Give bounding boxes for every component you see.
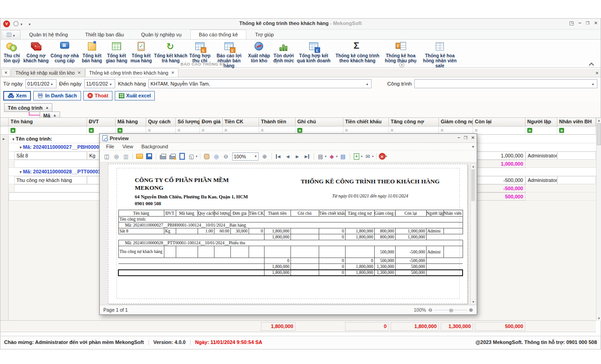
cell-ten-hang[interactable]: Thu công nợ khách hàng (14, 176, 87, 184)
ribbon-button-ton-duoi-dinh-muc[interactable]: Tồn dưới định mức (272, 40, 295, 63)
chevron-down-icon[interactable] (255, 154, 257, 158)
grid-vertical-scrollbar[interactable] (596, 118, 601, 321)
scroll-up-icon[interactable] (472, 165, 475, 168)
chevron-down-icon[interactable] (108, 81, 113, 86)
column-header-ghi-chu[interactable]: Ghi chú (295, 118, 343, 126)
scroll-down-icon[interactable] (472, 300, 475, 303)
ribbon-button-thu-chi-ton-quy[interactable]: Thu chi tồn quỹ (2, 40, 22, 63)
magnifier-icon[interactable] (212, 152, 221, 161)
ribbon-button-thong-ke-hoa-hong-thau-phu[interactable]: Thống kê hoa hồng thầu phụ (383, 40, 418, 63)
column-header-tien-ck[interactable]: Tiền CK (223, 118, 259, 126)
menu-overflow-icon[interactable] (472, 145, 474, 149)
view-button[interactable]: Xem (3, 91, 31, 101)
chevron-down-icon[interactable] (361, 155, 363, 158)
doc-tab-thong-ke-nhap-xuat-ton-kho[interactable]: Thống kê nhập xuất tồn kho (11, 68, 85, 77)
ribbon-collapse-icon[interactable] (589, 62, 594, 67)
email-icon[interactable] (363, 152, 372, 161)
save-icon[interactable] (146, 153, 152, 159)
chevron-down-icon[interactable] (196, 155, 198, 158)
minimize-icon[interactable] (458, 135, 460, 140)
chevron-down-icon[interactable] (49, 81, 55, 86)
column-header-ma-hang[interactable]: Mã hàng (116, 118, 146, 126)
zoom-out-icon[interactable] (222, 152, 230, 161)
ribbon-button-tong-ket-giao-hang[interactable]: Tổng kết giao hàng (105, 40, 128, 63)
collapse-icon[interactable] (20, 145, 22, 150)
chevron-down-icon[interactable] (590, 81, 596, 86)
tab-quan-ly-nghiep-vu[interactable]: Quản lý nghiệp vụ (132, 30, 190, 39)
zoom-combobox[interactable]: 100% (232, 152, 259, 161)
doc-tab-thong-ke-cong-trinh-theo-khach-hang[interactable]: Thống kê công trình theo khách hàng (85, 68, 179, 77)
column-header-giam-cong-no[interactable]: Giảm công nợ (439, 118, 473, 126)
column-header-so-luong[interactable]: Số lượng (176, 118, 200, 126)
tab-thiet-lap-ban-dau[interactable]: Thiết lập ban đầu (76, 30, 132, 39)
chevron-down-icon[interactable] (372, 155, 374, 158)
column-header-don-gia[interactable]: Đơn giá (200, 118, 223, 126)
scroll-thumb[interactable] (471, 169, 475, 201)
chevron-down-icon[interactable] (336, 155, 338, 158)
print-list-button[interactable]: In Danh Sách (33, 91, 81, 101)
cell-ten-hang[interactable]: Sắt 8 (14, 152, 87, 160)
ribbon-button-cong-no-khach-hang[interactable]: Công nợ khách hàng (23, 40, 49, 63)
tab-tro-giup[interactable]: Trợ giúp (246, 30, 282, 39)
search-icon[interactable] (112, 152, 121, 161)
last-page-icon[interactable] (303, 152, 311, 161)
project-combobox[interactable] (414, 79, 597, 88)
zoom-in-icon[interactable] (260, 152, 269, 161)
column-header-dvt[interactable]: ĐVT (87, 118, 116, 126)
tab-close-icon[interactable] (77, 71, 81, 75)
collapse-icon[interactable] (12, 137, 15, 142)
scale-icon[interactable] (187, 152, 196, 161)
export-document-icon[interactable] (354, 153, 359, 160)
ribbon-button-tong-hop-thu-chi[interactable]: Tổng hợp thu chi (188, 40, 211, 63)
cell-nguoi-lap[interactable]: Administrator (525, 152, 557, 160)
ribbon-group-launcher-icon[interactable] (399, 62, 404, 67)
tab-close-icon[interactable] (171, 71, 175, 75)
collapse-icon[interactable] (20, 170, 22, 174)
zoom-knob[interactable] (449, 308, 453, 313)
column-header-tien-chiet-khau[interactable]: Tiền chiết khấu (343, 118, 389, 126)
filter-cell-con-lai[interactable] (473, 126, 525, 135)
exit-button[interactable]: Thoát (83, 91, 112, 101)
ribbon-button-thong-ke-hoa-hong-nhan-vien-sale[interactable]: Thống kê hoa hồng nhân viên sale (419, 40, 461, 68)
from-date-input[interactable]: 01/01/2021 (25, 79, 56, 88)
menu-view[interactable]: View (122, 144, 133, 149)
filter-cell-ten-hang[interactable] (9, 126, 87, 135)
ribbon-button-cong-no-nha-cung-cap[interactable]: Công nợ nhà cung cấp (50, 40, 79, 63)
scroll-thumb[interactable] (597, 123, 601, 145)
app-menu-button[interactable] (1, 30, 20, 39)
cell-con-lai[interactable]: 1,000,000 (473, 152, 525, 160)
close-preview-icon[interactable] (379, 153, 386, 160)
next-page-icon[interactable] (293, 152, 302, 161)
column-header-con-lai[interactable]: Còn lại (473, 118, 525, 126)
open-icon[interactable] (136, 154, 143, 159)
column-header-ten-hang[interactable]: Tên hàng (9, 118, 87, 126)
preview-title-bar[interactable]: Preview (100, 134, 477, 143)
filter-cell-nguoi-lap[interactable] (525, 126, 557, 135)
tab-bar-close-icon[interactable] (595, 71, 599, 76)
filter-cell-nhan-vien-bh[interactable] (557, 126, 596, 135)
cell-nhan-vien-bh[interactable] (557, 152, 596, 160)
ribbon-button-tong-hop-ket-qua-kinh-doanh[interactable]: Tổng hợp kết quả kinh doanh (296, 40, 331, 63)
close-icon[interactable] (594, 20, 598, 26)
close-all-tabs-icon[interactable] (1, 69, 10, 76)
document-map-icon[interactable] (102, 152, 111, 161)
page-color-icon[interactable] (327, 152, 336, 161)
preview-vertical-scrollbar[interactable] (470, 163, 476, 305)
chevron-down-icon[interactable] (325, 155, 327, 158)
maximize-icon[interactable] (464, 135, 468, 140)
to-date-input[interactable]: 11/01/2024 (84, 79, 115, 88)
cell-con-lai[interactable]: -500,000 (473, 176, 525, 184)
column-header-tang-cong-no[interactable]: Tăng công nợ (389, 118, 439, 126)
watermark-icon[interactable] (339, 152, 347, 161)
scroll-down-icon[interactable] (597, 317, 601, 320)
hand-tool-icon[interactable] (204, 154, 209, 159)
print-icon[interactable] (160, 155, 166, 159)
quick-print-icon[interactable] (169, 155, 176, 159)
fullscreen-icon[interactable] (569, 20, 574, 26)
export-excel-button[interactable]: Xuất excel (115, 91, 155, 101)
group-chip-ten-cong-trinh[interactable]: Tên công trình (4, 103, 52, 112)
column-header-nguoi-lap[interactable]: Người lập (525, 118, 557, 126)
restore-icon[interactable] (586, 20, 590, 26)
zoom-out-icon[interactable] (428, 307, 433, 313)
chevron-down-icon[interactable] (364, 81, 370, 86)
